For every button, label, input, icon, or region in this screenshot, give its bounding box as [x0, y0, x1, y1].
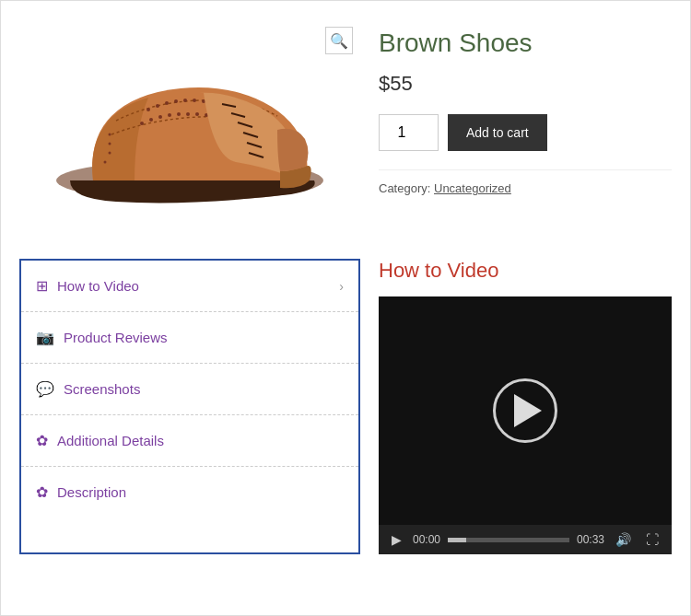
shoe-image — [42, 38, 337, 222]
category-link[interactable]: Uncategorized — [434, 181, 511, 195]
svg-point-28 — [109, 143, 111, 145]
top-section: 🔍 Brown Shoes $55 Add to cart Category: … — [19, 19, 672, 240]
add-to-cart-row: Add to cart — [379, 114, 672, 151]
svg-point-4 — [174, 99, 178, 103]
sidebar-item-additional-details[interactable]: ✿ Additional Details — [21, 415, 358, 467]
sidebar-item-screenshots[interactable]: 💬 Screenshots — [21, 364, 358, 415]
product-image-wrapper: 🔍 — [19, 19, 360, 240]
svg-point-3 — [165, 101, 169, 105]
content-panel: How to Video ▶ 00:00 00:33 🔊 ⛶ — [379, 259, 672, 554]
sidebar-item-how-to-video[interactable]: ⊞ How to Video › — [21, 261, 358, 312]
svg-point-6 — [193, 99, 196, 102]
svg-point-2 — [156, 104, 159, 108]
product-details: Brown Shoes $55 Add to cart Category: Un… — [379, 19, 672, 240]
sidebar: ⊞ How to Video › 📷 Product Reviews 💬 Scr… — [19, 259, 360, 554]
quantity-input[interactable] — [379, 114, 439, 151]
zoom-button[interactable]: 🔍 — [325, 27, 353, 54]
sidebar-label-product-reviews: Product Reviews — [64, 330, 168, 345]
asterisk-icon-1: ✿ — [36, 432, 48, 449]
sidebar-label-screenshots: Screenshots — [64, 381, 140, 397]
progress-bar-fill — [448, 538, 466, 542]
current-time: 00:00 — [413, 533, 440, 546]
svg-point-1 — [146, 108, 150, 111]
play-triangle-icon — [514, 394, 542, 427]
camera-icon: 📷 — [36, 329, 54, 346]
svg-point-30 — [104, 161, 107, 164]
chat-icon: 💬 — [36, 380, 54, 398]
content-section-title: How to Video — [379, 259, 672, 283]
video-center — [379, 296, 672, 525]
progress-bar[interactable] — [448, 538, 569, 542]
video-player: ▶ 00:00 00:33 🔊 ⛶ — [379, 296, 672, 554]
sidebar-item-product-reviews[interactable]: 📷 Product Reviews — [21, 312, 358, 364]
product-title: Brown Shoes — [379, 29, 672, 58]
fullscreen-button[interactable]: ⛶ — [642, 530, 662, 549]
svg-point-17 — [168, 113, 171, 117]
svg-point-16 — [158, 115, 162, 119]
svg-point-27 — [109, 152, 111, 155]
product-image: 🔍 — [19, 19, 360, 240]
grid-icon: ⊞ — [36, 277, 48, 295]
page-container: 🔍 Brown Shoes $55 Add to cart Category: … — [0, 0, 691, 616]
svg-point-20 — [195, 112, 199, 116]
zoom-icon: 🔍 — [330, 32, 348, 50]
svg-point-5 — [183, 99, 187, 102]
product-price: $55 — [379, 72, 672, 96]
asterisk-icon-2: ✿ — [36, 483, 48, 501]
sidebar-label-how-to-video: How to Video — [57, 278, 139, 294]
play-control-button[interactable]: ▶ — [388, 530, 405, 549]
volume-button[interactable]: 🔊 — [612, 530, 635, 549]
svg-point-19 — [186, 112, 190, 116]
play-button[interactable] — [493, 378, 557, 443]
sidebar-item-description[interactable]: ✿ Description — [21, 467, 358, 517]
svg-point-29 — [109, 134, 111, 136]
add-to-cart-button[interactable]: Add to cart — [448, 114, 547, 151]
sidebar-label-description: Description — [57, 484, 126, 500]
svg-point-15 — [149, 118, 153, 122]
chevron-right-icon: › — [339, 279, 344, 294]
sidebar-label-additional-details: Additional Details — [57, 433, 164, 448]
svg-point-14 — [140, 122, 144, 125]
category-label: Category: — [379, 181, 430, 195]
video-controls: ▶ 00:00 00:33 🔊 ⛶ — [379, 525, 672, 554]
total-time: 00:33 — [577, 533, 604, 546]
bottom-section: ⊞ How to Video › 📷 Product Reviews 💬 Scr… — [19, 259, 672, 554]
svg-point-18 — [177, 112, 181, 116]
category-line: Category: Uncategorized — [379, 169, 672, 195]
